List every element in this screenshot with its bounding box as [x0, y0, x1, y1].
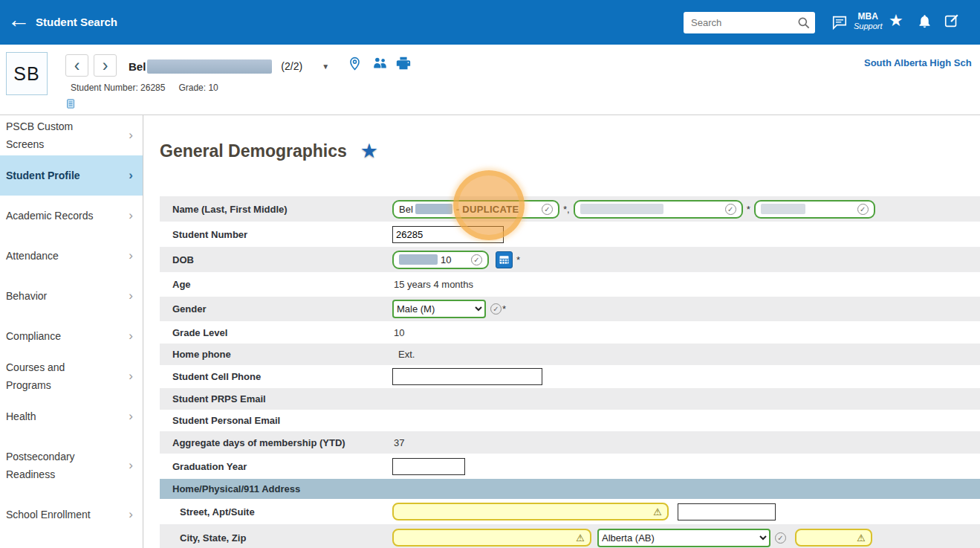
zip-input[interactable]: ⚠	[795, 529, 872, 547]
sidebar-item-label: Attendance	[6, 247, 110, 265]
notes-document-icon[interactable]	[66, 98, 76, 112]
sidebar-item-label: Behavior	[6, 287, 110, 305]
field-label-personal-email: Student Personal Email	[160, 415, 392, 426]
sidebar-item-label: Courses and Programs	[6, 358, 110, 394]
notifications-bell-icon[interactable]	[917, 13, 932, 32]
next-student-button[interactable]: ›	[94, 54, 117, 77]
field-label-grade-level: Grade Level	[160, 327, 392, 338]
page-title-block: General Demographics ★	[160, 139, 378, 163]
chevron-down-icon: ▼	[322, 62, 329, 71]
form-row-dob: DOB 10 ✓ *	[160, 247, 980, 272]
sidebar-item-attendance[interactable]: Attendance›	[0, 236, 143, 276]
student-number-label: Student Number: 26285	[71, 83, 165, 93]
field-label-cell-phone: Student Cell Phone	[160, 371, 392, 382]
main-content: General Demographics ★ Name (Last, First…	[143, 115, 980, 548]
student-pager: (2/2)	[281, 60, 302, 72]
gender-select[interactable]: Male (M)	[392, 300, 486, 318]
student-number-input[interactable]	[392, 226, 504, 243]
redacted-text	[399, 254, 438, 265]
chevron-right-icon: ›	[129, 507, 133, 522]
section-header-label: Home/Physical/911 Address	[160, 483, 980, 494]
compose-icon[interactable]	[944, 13, 960, 32]
field-label-home-phone: Home phone	[160, 349, 392, 360]
city-input[interactable]: ⚠	[392, 529, 591, 547]
student-avatar: SB	[6, 52, 48, 95]
mba-support-line1: MBA	[854, 12, 883, 22]
state-select[interactable]: Alberta (AB)	[597, 529, 770, 547]
mba-support-link[interactable]: MBA Support	[854, 12, 883, 31]
form-row-age: Age 15 years 4 months	[160, 272, 980, 297]
school-name-link[interactable]: South Alberta High Sch	[864, 57, 980, 68]
chevron-right-icon: ›	[129, 168, 133, 183]
name-last-value: Bel	[399, 204, 413, 215]
search-icon[interactable]	[796, 16, 811, 30]
calendar-picker-button[interactable]	[496, 251, 513, 268]
valid-check-icon: ✓	[775, 532, 786, 544]
page-context-title: Student Search	[36, 16, 117, 28]
student-name-visible: Bel	[129, 60, 146, 73]
graduation-year-input[interactable]	[392, 458, 465, 475]
student-header: SB ‹ › Bel (2/2) ▼ South Alberta High Sc…	[0, 45, 980, 115]
apt-suite-input[interactable]	[678, 503, 776, 520]
sidebar-item-label: Health	[6, 407, 110, 425]
required-marker: *,	[563, 204, 570, 215]
chat-support-icon[interactable]	[831, 14, 848, 33]
cell-phone-input[interactable]	[392, 368, 542, 385]
required-marker: *	[502, 303, 506, 315]
sidebar-item-behavior[interactable]: Behavior›	[0, 276, 143, 316]
sidebar-item-compliance[interactable]: Compliance›	[0, 316, 143, 356]
sidebar-item-postsecondary-readiness[interactable]: Postsecondary Readiness›	[0, 436, 143, 494]
page-title: General Demographics	[160, 141, 347, 161]
form-row-home-phone: Home phone Ext.	[160, 344, 980, 365]
student-name-selector[interactable]: Bel (2/2) ▼	[129, 57, 329, 75]
sidebar-item-pscb-custom-screens[interactable]: PSCB Custom Screens›	[0, 115, 143, 155]
form-row-aggregate-days: Aggregate days of membership (YTD) 37	[160, 431, 980, 454]
redacted-text	[761, 204, 805, 214]
field-label-gender: Gender	[160, 303, 392, 315]
street-input[interactable]: ⚠	[392, 503, 669, 520]
chevron-right-icon: ›	[129, 409, 133, 424]
sidebar-item-label: Academic Records	[6, 207, 110, 225]
chevron-right-icon: ›	[129, 329, 133, 344]
field-label-aggregate-days: Aggregate days of membership (YTD)	[160, 437, 392, 448]
form-row-student-number: Student Number	[160, 222, 980, 247]
sidebar-item-label: Student Profile	[6, 167, 110, 184]
printer-icon[interactable]	[395, 55, 412, 74]
sidebar-item-school-enrollment[interactable]: School Enrollment›	[0, 494, 143, 535]
field-label-dob: DOB	[160, 254, 392, 265]
form-row-prps-email: Student PRPS Email	[160, 388, 980, 410]
sidebar-item-courses-and-programs[interactable]: Courses and Programs›	[0, 356, 143, 396]
home-phone-ext-label: Ext.	[398, 349, 415, 360]
name-last-input[interactable]: Bel - DUPLICATE ✓	[392, 200, 559, 219]
chevron-right-icon: ›	[129, 369, 133, 384]
warning-icon: ⚠	[653, 506, 662, 518]
form-row-graduation-year: Graduation Year	[160, 454, 980, 479]
sidebar-item-label: Compliance	[6, 327, 110, 345]
field-label-student-number: Student Number	[160, 229, 392, 240]
dob-input[interactable]: 10 ✓	[392, 251, 489, 269]
redacted-text	[580, 204, 663, 214]
sidebar-item-health[interactable]: Health›	[0, 396, 143, 436]
name-middle-input[interactable]: ✓	[754, 200, 875, 219]
chevron-right-icon: ›	[129, 208, 133, 223]
grade-level-value: 10	[394, 327, 404, 338]
required-marker: *	[516, 254, 520, 265]
location-pin-icon[interactable]	[348, 55, 362, 75]
favorite-page-star-icon[interactable]: ★	[360, 139, 378, 163]
warning-icon: ⚠	[576, 532, 585, 544]
sidebar-item-academic-records[interactable]: Academic Records›	[0, 196, 143, 236]
name-first-input[interactable]: ✓	[574, 200, 743, 219]
sidebar-item-student-profile[interactable]: Student Profile›	[0, 155, 143, 196]
form-row-name: Name (Last, First Middle) Bel - DUPLICAT…	[160, 196, 980, 222]
student-group-icon[interactable]	[371, 55, 389, 74]
favorites-star-icon[interactable]: ★	[889, 11, 903, 30]
form-row-street: Street, Apt/Suite ⚠	[160, 499, 980, 524]
field-label-graduation-year: Graduation Year	[160, 461, 392, 472]
previous-student-button[interactable]: ‹	[65, 54, 88, 77]
duplicate-flag-text: - DUPLICATE	[456, 204, 519, 215]
search-input[interactable]	[689, 16, 796, 29]
section-header-address: Home/Physical/911 Address	[160, 479, 980, 499]
form-row-personal-email: Student Personal Email	[160, 410, 980, 431]
back-arrow-icon[interactable]: ←	[7, 7, 30, 33]
field-label-name: Name (Last, First Middle)	[160, 204, 392, 215]
